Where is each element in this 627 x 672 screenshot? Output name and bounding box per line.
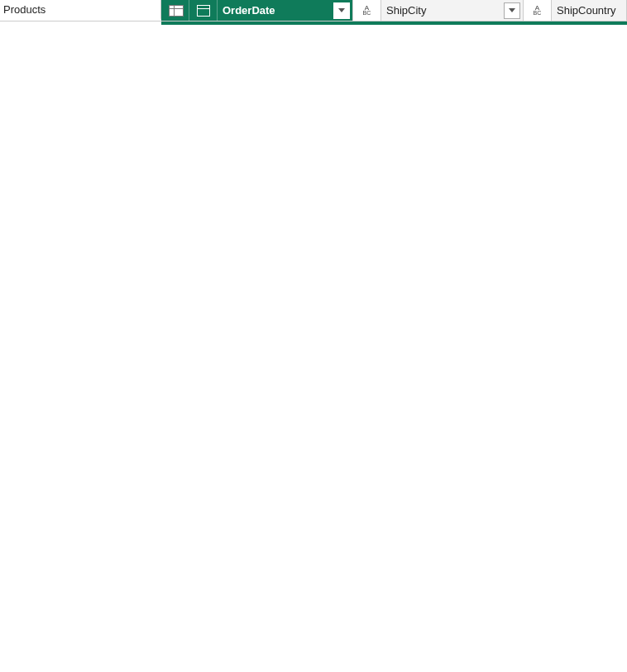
text-type-icon — [353, 0, 381, 21]
column-label: ShipCountry — [552, 4, 626, 17]
table-icon — [161, 0, 189, 21]
column-header-shipcity[interactable]: ShipCity — [353, 0, 524, 21]
column-header-shipcountry[interactable]: ShipCountry — [524, 0, 627, 21]
column-header-products[interactable]: Products — [0, 0, 161, 21]
text-type-icon — [524, 0, 552, 21]
datetime-type-icon — [189, 0, 218, 21]
column-header-orderdate[interactable]: OrderDate — [161, 0, 353, 21]
column-label: ShipCity — [381, 4, 504, 17]
column-label: OrderDate — [218, 4, 333, 17]
column-label: Products — [3, 3, 45, 16]
filter-dropdown-button[interactable] — [333, 2, 350, 19]
filter-dropdown-button[interactable] — [504, 2, 520, 19]
